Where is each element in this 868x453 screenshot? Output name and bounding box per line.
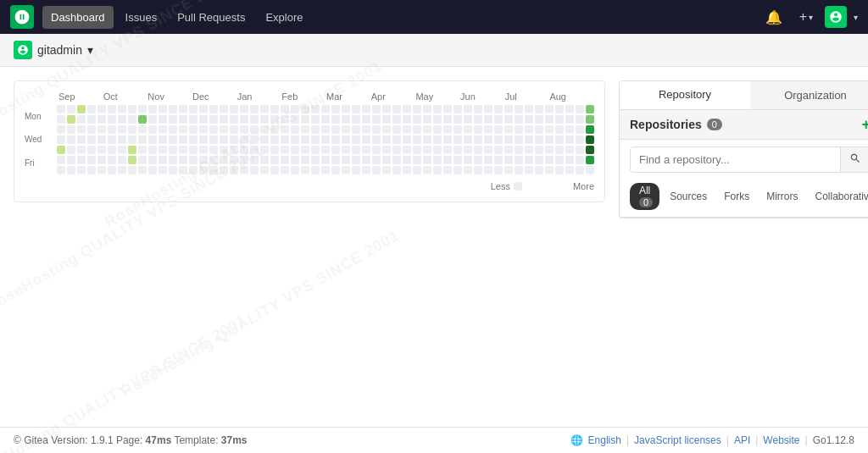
- day-cell[interactable]: [118, 125, 126, 134]
- day-cell[interactable]: [433, 166, 442, 174]
- day-cell[interactable]: [67, 135, 75, 144]
- day-cell[interactable]: [362, 115, 370, 124]
- day-cell[interactable]: [372, 115, 381, 124]
- day-cell[interactable]: [128, 135, 136, 144]
- day-cell[interactable]: [148, 105, 157, 113]
- filter-sources[interactable]: Sources: [663, 189, 714, 204]
- day-cell[interactable]: [464, 125, 472, 134]
- day-cell[interactable]: [464, 135, 472, 144]
- day-cell[interactable]: [423, 156, 431, 164]
- day-cell[interactable]: [108, 146, 116, 154]
- day-cell[interactable]: [220, 146, 228, 154]
- day-cell[interactable]: [240, 105, 248, 113]
- day-cell[interactable]: [209, 156, 218, 164]
- day-cell[interactable]: [474, 105, 482, 113]
- day-cell[interactable]: [250, 115, 259, 124]
- day-cell[interactable]: [342, 135, 350, 144]
- day-cell[interactable]: [342, 105, 350, 113]
- day-cell[interactable]: [270, 166, 279, 174]
- day-cell[interactable]: [209, 166, 218, 174]
- day-cell[interactable]: [108, 125, 116, 134]
- day-cell[interactable]: [97, 125, 106, 134]
- day-cell[interactable]: [423, 146, 431, 154]
- day-cell[interactable]: [209, 125, 218, 134]
- day-cell[interactable]: [321, 115, 330, 124]
- day-cell[interactable]: [260, 146, 269, 154]
- day-cell[interactable]: [87, 125, 96, 134]
- day-cell[interactable]: [169, 135, 177, 144]
- day-cell[interactable]: [352, 105, 360, 113]
- day-cell[interactable]: [331, 156, 340, 164]
- day-cell[interactable]: [433, 105, 442, 113]
- day-cell[interactable]: [250, 135, 259, 144]
- day-cell[interactable]: [97, 115, 106, 124]
- day-cell[interactable]: [270, 146, 279, 154]
- day-cell[interactable]: [159, 135, 167, 144]
- day-cell[interactable]: [545, 146, 554, 154]
- day-cell[interactable]: [372, 135, 381, 144]
- day-cell[interactable]: [77, 156, 86, 164]
- day-cell[interactable]: [57, 166, 65, 174]
- language-link[interactable]: English: [588, 434, 621, 446]
- day-cell[interactable]: [128, 146, 136, 154]
- day-cell[interactable]: [504, 166, 513, 174]
- day-cell[interactable]: [118, 156, 126, 164]
- day-cell[interactable]: [352, 115, 360, 124]
- day-cell[interactable]: [464, 105, 472, 113]
- day-cell[interactable]: [230, 105, 238, 113]
- day-cell[interactable]: [209, 146, 218, 154]
- day-cell[interactable]: [281, 156, 289, 164]
- day-cell[interactable]: [67, 156, 75, 164]
- filter-all[interactable]: All 0: [630, 183, 659, 210]
- day-cell[interactable]: [199, 146, 208, 154]
- day-cell[interactable]: [565, 105, 574, 113]
- day-cell[interactable]: [464, 115, 472, 124]
- day-cell[interactable]: [504, 105, 513, 113]
- day-cell[interactable]: [545, 166, 554, 174]
- day-cell[interactable]: [362, 156, 370, 164]
- day-cell[interactable]: [586, 135, 594, 144]
- day-cell[interactable]: [138, 166, 147, 174]
- day-cell[interactable]: [484, 135, 492, 144]
- day-cell[interactable]: [311, 156, 320, 164]
- day-cell[interactable]: [504, 125, 513, 134]
- day-cell[interactable]: [189, 156, 198, 164]
- day-cell[interactable]: [321, 166, 330, 174]
- day-cell[interactable]: [586, 146, 594, 154]
- day-cell[interactable]: [362, 105, 370, 113]
- day-cell[interactable]: [67, 115, 75, 124]
- day-cell[interactable]: [260, 125, 269, 134]
- api-link[interactable]: API: [734, 434, 750, 446]
- day-cell[interactable]: [159, 115, 167, 124]
- day-cell[interactable]: [189, 135, 198, 144]
- day-cell[interactable]: [281, 135, 289, 144]
- day-cell[interactable]: [220, 156, 228, 164]
- day-cell[interactable]: [230, 115, 238, 124]
- day-cell[interactable]: [220, 125, 228, 134]
- day-cell[interactable]: [199, 115, 208, 124]
- day-cell[interactable]: [565, 146, 574, 154]
- day-cell[interactable]: [545, 156, 554, 164]
- day-cell[interactable]: [118, 135, 126, 144]
- day-cell[interactable]: [535, 166, 543, 174]
- day-cell[interactable]: [484, 156, 492, 164]
- day-cell[interactable]: [331, 105, 340, 113]
- day-cell[interactable]: [311, 105, 320, 113]
- day-cell[interactable]: [270, 105, 279, 113]
- day-cell[interactable]: [260, 135, 269, 144]
- day-cell[interactable]: [413, 105, 421, 113]
- day-cell[interactable]: [576, 166, 584, 174]
- day-cell[interactable]: [576, 146, 584, 154]
- tab-repository[interactable]: Repository: [620, 81, 750, 109]
- day-cell[interactable]: [494, 146, 503, 154]
- day-cell[interactable]: [474, 146, 482, 154]
- day-cell[interactable]: [179, 115, 187, 124]
- day-cell[interactable]: [565, 125, 574, 134]
- day-cell[interactable]: [148, 125, 157, 134]
- day-cell[interactable]: [352, 135, 360, 144]
- day-cell[interactable]: [413, 156, 421, 164]
- day-cell[interactable]: [321, 125, 330, 134]
- day-cell[interactable]: [352, 146, 360, 154]
- nav-dashboard[interactable]: Dashboard: [42, 6, 114, 29]
- day-cell[interactable]: [321, 135, 330, 144]
